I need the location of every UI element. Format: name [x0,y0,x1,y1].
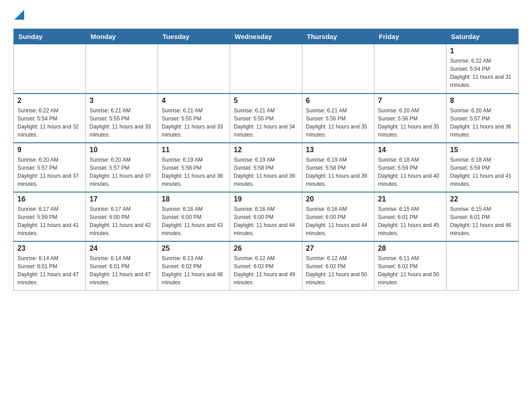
day-number: 15 [450,146,515,154]
calendar-day-cell: 11Sunrise: 6:19 AMSunset: 5:58 PMDayligh… [158,143,230,192]
calendar-day-cell: 24Sunrise: 6:14 AMSunset: 6:01 PMDayligh… [86,241,158,291]
calendar-week-row: 1Sunrise: 6:22 AMSunset: 5:54 PMDaylight… [14,44,519,94]
calendar-day-cell: 2Sunrise: 6:22 AMSunset: 5:54 PMDaylight… [14,94,86,143]
day-number: 28 [378,244,442,253]
calendar-header-row: SundayMondayTuesdayWednesdayThursdayFrid… [14,29,519,44]
day-info: Sunrise: 6:19 AMSunset: 5:58 PMDaylight:… [234,156,298,188]
day-number: 9 [17,146,82,154]
day-number: 8 [450,97,515,105]
day-number: 24 [90,244,154,253]
day-info: Sunrise: 6:18 AMSunset: 5:59 PMDaylight:… [450,156,515,188]
day-number: 11 [162,146,226,154]
day-info: Sunrise: 6:21 AMSunset: 5:55 PMDaylight:… [234,107,298,139]
calendar-day-cell: 3Sunrise: 6:21 AMSunset: 5:55 PMDaylight… [86,94,158,143]
day-info: Sunrise: 6:21 AMSunset: 5:55 PMDaylight:… [162,107,226,139]
day-info: Sunrise: 6:21 AMSunset: 5:56 PMDaylight:… [306,107,370,139]
calendar-day-cell: 5Sunrise: 6:21 AMSunset: 5:55 PMDaylight… [230,94,302,143]
day-info: Sunrise: 6:11 AMSunset: 6:02 PMDaylight:… [378,254,442,287]
calendar-day-cell [230,44,302,94]
calendar-week-row: 16Sunrise: 6:17 AMSunset: 5:59 PMDayligh… [14,192,519,241]
day-number: 13 [306,146,370,154]
day-number: 5 [234,97,298,105]
day-number: 4 [162,97,226,105]
day-info: Sunrise: 6:12 AMSunset: 6:02 PMDaylight:… [234,254,298,287]
day-info: Sunrise: 6:20 AMSunset: 5:57 PMDaylight:… [450,107,515,139]
day-number: 14 [378,146,442,154]
calendar-day-cell [302,44,374,94]
day-number: 19 [234,195,298,203]
logo-triangle-icon [14,10,24,20]
day-info: Sunrise: 6:16 AMSunset: 6:00 PMDaylight:… [162,205,226,237]
calendar-day-cell: 6Sunrise: 6:21 AMSunset: 5:56 PMDaylight… [302,94,374,143]
calendar-week-row: 9Sunrise: 6:20 AMSunset: 5:57 PMDaylight… [14,143,519,192]
day-info: Sunrise: 6:16 AMSunset: 6:00 PMDaylight:… [306,205,370,237]
calendar-day-cell [14,44,86,94]
logo [13,9,24,20]
calendar-header-saturday: Saturday [446,29,519,44]
calendar-day-cell [86,44,158,94]
day-info: Sunrise: 6:21 AMSunset: 5:55 PMDaylight:… [90,107,154,139]
day-number: 23 [17,244,82,253]
day-info: Sunrise: 6:17 AMSunset: 5:59 PMDaylight:… [17,205,82,237]
calendar-day-cell: 7Sunrise: 6:20 AMSunset: 5:56 PMDaylight… [374,94,446,143]
calendar-day-cell: 16Sunrise: 6:17 AMSunset: 5:59 PMDayligh… [14,192,86,241]
day-info: Sunrise: 6:20 AMSunset: 5:57 PMDaylight:… [90,156,154,188]
day-info: Sunrise: 6:14 AMSunset: 6:01 PMDaylight:… [17,254,82,287]
day-number: 21 [378,195,442,203]
calendar-day-cell: 25Sunrise: 6:13 AMSunset: 6:02 PMDayligh… [158,241,230,291]
calendar-day-cell: 4Sunrise: 6:21 AMSunset: 5:55 PMDaylight… [158,94,230,143]
calendar-header-monday: Monday [86,29,158,44]
calendar-day-cell: 9Sunrise: 6:20 AMSunset: 5:57 PMDaylight… [14,143,86,192]
calendar-day-cell: 8Sunrise: 6:20 AMSunset: 5:57 PMDaylight… [446,94,519,143]
day-info: Sunrise: 6:14 AMSunset: 6:01 PMDaylight:… [90,254,154,287]
day-number: 18 [162,195,226,203]
day-number: 16 [17,195,82,203]
day-number: 12 [234,146,298,154]
calendar-table: SundayMondayTuesdayWednesdayThursdayFrid… [13,29,519,291]
calendar-day-cell: 20Sunrise: 6:16 AMSunset: 6:00 PMDayligh… [302,192,374,241]
calendar-day-cell: 14Sunrise: 6:18 AMSunset: 5:59 PMDayligh… [374,143,446,192]
day-number: 1 [450,47,515,55]
day-info: Sunrise: 6:17 AMSunset: 6:00 PMDaylight:… [90,205,154,237]
calendar-day-cell: 23Sunrise: 6:14 AMSunset: 6:01 PMDayligh… [14,241,86,291]
calendar-header-tuesday: Tuesday [158,29,230,44]
day-info: Sunrise: 6:15 AMSunset: 6:01 PMDaylight:… [378,205,442,237]
calendar-week-row: 23Sunrise: 6:14 AMSunset: 6:01 PMDayligh… [14,241,519,291]
day-number: 25 [162,244,226,253]
day-number: 26 [234,244,298,253]
day-number: 17 [90,195,154,203]
calendar-day-cell [374,44,446,94]
calendar-day-cell: 21Sunrise: 6:15 AMSunset: 6:01 PMDayligh… [374,192,446,241]
calendar-day-cell [158,44,230,94]
day-info: Sunrise: 6:20 AMSunset: 5:56 PMDaylight:… [378,107,442,139]
day-number: 7 [378,97,442,105]
calendar-day-cell [446,241,519,291]
calendar-day-cell: 12Sunrise: 6:19 AMSunset: 5:58 PMDayligh… [230,143,302,192]
page-header [13,9,519,20]
svg-marker-0 [14,10,24,20]
day-number: 10 [90,146,154,154]
calendar-week-row: 2Sunrise: 6:22 AMSunset: 5:54 PMDaylight… [14,94,519,143]
calendar-day-cell: 13Sunrise: 6:19 AMSunset: 5:58 PMDayligh… [302,143,374,192]
day-info: Sunrise: 6:18 AMSunset: 5:59 PMDaylight:… [378,156,442,188]
calendar-day-cell: 22Sunrise: 6:15 AMSunset: 6:01 PMDayligh… [446,192,519,241]
day-number: 2 [17,97,82,105]
day-number: 22 [450,195,515,203]
day-number: 6 [306,97,370,105]
day-info: Sunrise: 6:19 AMSunset: 5:58 PMDaylight:… [306,156,370,188]
day-info: Sunrise: 6:12 AMSunset: 6:02 PMDaylight:… [306,254,370,287]
calendar-header-friday: Friday [374,29,446,44]
calendar-day-cell: 26Sunrise: 6:12 AMSunset: 6:02 PMDayligh… [230,241,302,291]
day-info: Sunrise: 6:22 AMSunset: 5:54 PMDaylight:… [450,57,515,89]
day-number: 20 [306,195,370,203]
calendar-header-sunday: Sunday [14,29,86,44]
day-info: Sunrise: 6:19 AMSunset: 5:58 PMDaylight:… [162,156,226,188]
calendar-day-cell: 17Sunrise: 6:17 AMSunset: 6:00 PMDayligh… [86,192,158,241]
day-info: Sunrise: 6:20 AMSunset: 5:57 PMDaylight:… [17,156,82,188]
calendar-header-wednesday: Wednesday [230,29,302,44]
calendar-day-cell: 27Sunrise: 6:12 AMSunset: 6:02 PMDayligh… [302,241,374,291]
day-info: Sunrise: 6:15 AMSunset: 6:01 PMDaylight:… [450,205,515,237]
day-info: Sunrise: 6:16 AMSunset: 6:00 PMDaylight:… [234,205,298,237]
day-info: Sunrise: 6:22 AMSunset: 5:54 PMDaylight:… [17,107,82,139]
calendar-day-cell: 10Sunrise: 6:20 AMSunset: 5:57 PMDayligh… [86,143,158,192]
